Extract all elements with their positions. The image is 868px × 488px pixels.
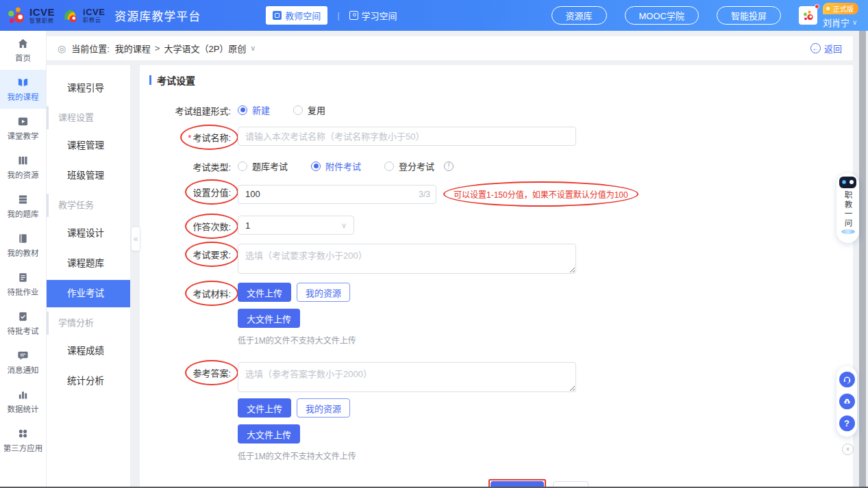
create-now-button[interactable]: 立即创建	[491, 481, 544, 487]
teacher-space-label: 教师空间	[285, 9, 321, 22]
chevron-down-icon: ∨	[341, 221, 347, 230]
rail-item-my-question-bank[interactable]: 我的题库	[0, 187, 46, 226]
chevron-down-icon: ∨	[852, 18, 857, 26]
subnav-item-homework-exams[interactable]: 作业考试	[47, 280, 130, 307]
logo-name: ICVE	[29, 7, 55, 17]
rail-item-data-statistics[interactable]: 数据统计	[0, 382, 46, 421]
answers-my-resources-button[interactable]: 我的资源	[297, 398, 350, 418]
rail-item-third-party-apps[interactable]: 第三方应用	[0, 421, 46, 460]
mooc-academy-button[interactable]: MOOC学院	[625, 6, 699, 25]
rail-item-notifications[interactable]: 消息通知	[0, 343, 46, 382]
annotation-rectangle: 立即创建	[488, 479, 546, 487]
zhijiao-qa-widget[interactable]: 职教一问	[836, 173, 859, 243]
bar-chart-icon	[17, 389, 29, 400]
logo-sub: 智慧职教	[29, 18, 55, 24]
answers-upload-button[interactable]: 文件上传	[238, 398, 291, 418]
student-space-icon	[349, 11, 358, 20]
radio-new[interactable]: 新建	[238, 103, 270, 116]
rail-item-home[interactable]: 首页	[0, 31, 46, 70]
annotation-ellipse: *考试名称:	[180, 125, 238, 150]
score-label: 设置分值:	[193, 188, 231, 198]
rail-item-pending-homework[interactable]: 待批作业	[0, 265, 46, 304]
location-icon: ◎	[58, 43, 66, 54]
page-title: 考试设置	[149, 73, 853, 87]
radio-reuse[interactable]: 复用	[293, 103, 325, 116]
textbook-icon	[17, 233, 29, 244]
qa-widget-label: 职教一问	[843, 191, 854, 228]
header-right: 资源库 MOOC学院 智能投屏 正式版 刘肖宁 ∨	[551, 3, 858, 29]
help-toolbar: ?	[836, 366, 857, 437]
icve-swirl-icon	[7, 6, 26, 25]
space-nav: 教师空间 | 学习空间	[266, 6, 397, 25]
subnav-item-course-guide[interactable]: 课程引导	[47, 75, 130, 102]
breadcrumb-current[interactable]: 大学语文（2P）原创	[164, 42, 246, 55]
radio-dot	[311, 162, 321, 171]
subnav-item-course-grades[interactable]: 课程成绩	[47, 337, 130, 365]
smart-cast-button[interactable]: 智能投屏	[717, 6, 781, 25]
version-badge: 正式版	[823, 3, 858, 14]
attempts-select[interactable]: 1 ∨	[238, 216, 354, 235]
avatar-logo-icon	[802, 10, 815, 22]
user-menu[interactable]: 正式版 刘肖宁 ∨	[799, 3, 858, 29]
subnav-section-course-settings: 课程设置	[47, 106, 130, 129]
course-subnav: 课程引导 课程设置 课程管理 班级管理 教学任务 课程设计 课程题库 作业考试 …	[47, 65, 130, 487]
user-name[interactable]: 刘肖宁 ∨	[823, 16, 857, 29]
rail-item-pending-exams[interactable]: 待批考试	[0, 304, 46, 343]
homework-doc-icon	[17, 272, 29, 283]
rail-item-my-resources[interactable]: 我的资源	[0, 148, 46, 187]
exam-name-label: 考试名称:	[193, 133, 231, 143]
radio-dot	[384, 162, 394, 171]
requirements-textarea[interactable]	[238, 244, 576, 274]
score-input[interactable]	[238, 185, 436, 204]
open-book-icon	[17, 77, 29, 88]
avatar[interactable]	[799, 6, 817, 25]
subnav-item-course-management[interactable]: 课程管理	[47, 132, 130, 159]
subnav-item-class-management[interactable]: 班级管理	[47, 162, 130, 190]
subnav-item-course-design[interactable]: 课程设计	[47, 220, 130, 247]
back-button[interactable]: ← 返回	[810, 42, 842, 55]
stacked-bank-icon	[17, 194, 29, 205]
answers-big-upload-button[interactable]: 大文件上传	[238, 424, 300, 444]
answers-textarea[interactable]	[238, 362, 576, 392]
subnav-item-statistical-analysis[interactable]: 统计分析	[47, 368, 130, 395]
chevron-down-icon[interactable]: ∨	[250, 44, 256, 53]
breadcrumb-prefix: 当前位置:	[71, 42, 110, 55]
subnav-section-teaching-tasks: 教学任务	[47, 194, 130, 217]
collapse-widgets-button[interactable]: ×	[842, 444, 854, 455]
requirements-label: 考试要求:	[193, 250, 231, 260]
app-header: ICVE 智慧职教 iCVE 职教云 资源库教学平台 教师空间 | 学习空间 资…	[0, 0, 868, 31]
customer-service-button[interactable]	[839, 372, 855, 387]
radio-question-bank-exam[interactable]: 题库考试	[238, 159, 288, 172]
notification-dot	[815, 4, 819, 9]
page-scrollbar[interactable]	[859, 31, 866, 487]
teacher-space-tab[interactable]: 教师空间	[266, 6, 327, 25]
home-icon	[17, 38, 29, 49]
radio-dot	[238, 105, 247, 115]
annotation-ellipse: 设置分值:	[185, 179, 238, 205]
answers-upload-note: 低于1M的文件不支持大文件上传	[238, 450, 356, 461]
exam-type-label: 考试类型:	[140, 159, 238, 173]
subnav-item-course-question-bank[interactable]: 课程题库	[47, 250, 130, 277]
answers-label: 参考答案:	[193, 368, 231, 378]
download-button[interactable]	[839, 394, 855, 409]
header-divider: |	[337, 11, 339, 21]
radio-attachment-exam[interactable]: 附件考试	[311, 159, 361, 172]
rail-item-my-courses[interactable]: 我的课程	[0, 70, 46, 109]
medal-icon	[825, 5, 831, 12]
materials-my-resources-button[interactable]: 我的资源	[297, 283, 350, 302]
rail-item-classroom-teaching[interactable]: 课堂教学	[0, 109, 46, 148]
breadcrumb-root[interactable]: 我的课程	[115, 42, 151, 55]
info-icon[interactable]: !	[444, 162, 454, 171]
subnav-collapse-handle[interactable]: «	[131, 227, 140, 251]
logo-name: iCVE	[83, 8, 105, 16]
radio-grade-entry-exam[interactable]: 登分考试	[384, 159, 434, 172]
cancel-button[interactable]: 取消	[553, 481, 588, 487]
resource-library-button[interactable]: 资源库	[551, 6, 607, 25]
materials-upload-button[interactable]: 文件上传	[238, 283, 291, 302]
student-space-tab[interactable]: 学习空间	[349, 9, 397, 22]
help-button[interactable]: ?	[839, 415, 855, 431]
exam-name-input[interactable]	[238, 127, 576, 146]
rail-item-my-textbooks[interactable]: 我的教材	[0, 226, 46, 265]
cloud-download-icon	[843, 397, 852, 406]
materials-big-upload-button[interactable]: 大文件上传	[238, 309, 300, 328]
